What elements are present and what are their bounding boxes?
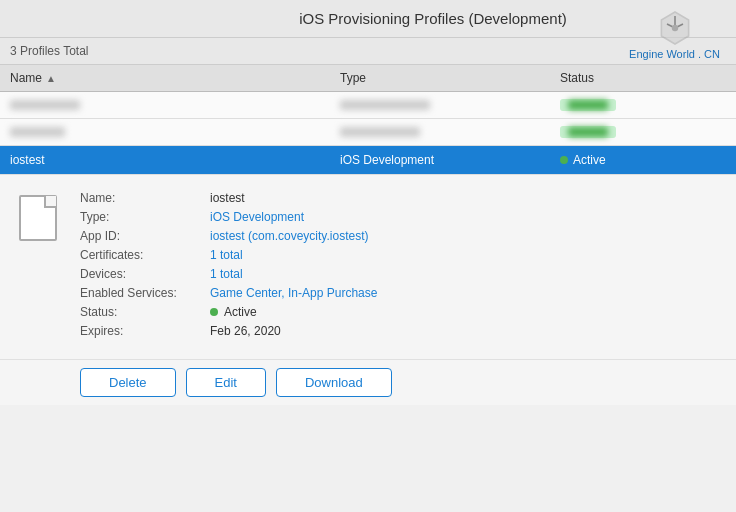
file-icon [19,195,57,241]
blurred-status [568,100,608,110]
cell-status [550,119,736,145]
status-badge [560,126,616,138]
blurred-name [10,100,80,110]
header: iOS Provisioning Profiles (Development) … [0,0,736,38]
table-header: Name ▲ Type Status [0,65,736,92]
blurred-type [340,100,430,110]
detail-row-appid: App ID: iostest (com.coveycity.iostest) [80,229,720,243]
logo-text: Engine World . CN [629,48,720,60]
status-badge [560,99,616,111]
logo-area: Engine World . CN [629,8,720,60]
cell-type-selected: iOS Development [330,146,550,174]
detail-fields: Name: iostest Type: iOS Development App … [80,191,720,343]
detail-row-status: Status: Active [80,305,720,319]
detail-row-certs: Certificates: 1 total [80,248,720,262]
cell-name [0,92,330,118]
cell-type [330,119,550,145]
actions-row: Delete Edit Download [0,359,736,405]
download-button[interactable]: Download [276,368,392,397]
detail-row-name: Name: iostest [80,191,720,205]
column-name: Name ▲ [0,65,330,91]
cell-status-selected: Active [550,146,736,174]
cell-name-selected: iostest [0,146,330,174]
engine-world-icon [655,8,695,48]
blurred-status [568,127,608,137]
table-row[interactable] [0,92,736,119]
cell-name [0,119,330,145]
active-dot [560,156,568,164]
detail-row-type: Type: iOS Development [80,210,720,224]
detail-row-expires: Expires: Feb 26, 2020 [80,324,720,338]
profiles-count: 3 Profiles Total [0,38,736,65]
file-icon-area [12,191,64,343]
column-type: Type [330,65,550,91]
blurred-name [10,127,65,137]
detail-panel: Name: iostest Type: iOS Development App … [0,175,736,359]
cell-type [330,92,550,118]
cell-status [550,92,736,118]
table-row-selected[interactable]: iostest iOS Development Active [0,146,736,175]
blurred-type [340,127,420,137]
table-row[interactable] [0,119,736,146]
svg-point-0 [671,25,677,31]
delete-button[interactable]: Delete [80,368,176,397]
status-dot-detail [210,308,218,316]
sort-icon: ▲ [46,73,56,84]
column-status: Status [550,65,736,91]
detail-row-devices: Devices: 1 total [80,267,720,281]
edit-button[interactable]: Edit [186,368,266,397]
detail-row-services: Enabled Services: Game Center, In-App Pu… [80,286,720,300]
